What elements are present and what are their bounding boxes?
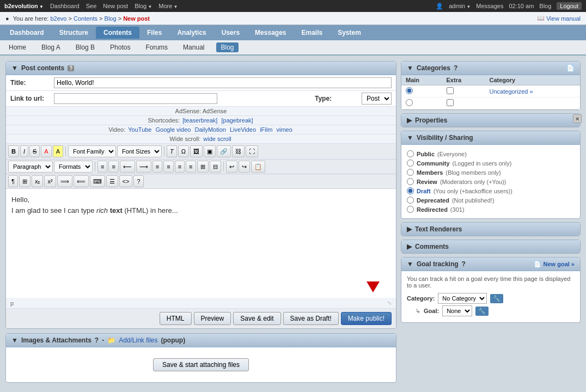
vis-radio-members[interactable] bbox=[407, 169, 414, 176]
bold-button[interactable]: B bbox=[8, 145, 19, 157]
main-nav-files[interactable]: Files bbox=[139, 27, 169, 39]
vis-radio-draft[interactable] bbox=[407, 187, 414, 194]
comments-header[interactable]: ▶ Comments bbox=[401, 240, 580, 253]
dailymotion-link[interactable]: DailyMotion bbox=[194, 126, 225, 133]
char-map-button[interactable]: ⌨ bbox=[90, 175, 105, 187]
align-left-button[interactable]: ≡ bbox=[152, 161, 162, 173]
add-link-files[interactable]: Add/Link files bbox=[119, 336, 157, 344]
nav-blog[interactable]: Blog bbox=[135, 3, 152, 9]
font-bg-button[interactable]: A bbox=[53, 145, 63, 157]
subscript-button[interactable]: x₂ bbox=[32, 175, 44, 187]
goal-icon-btn[interactable]: 🔧 bbox=[475, 307, 489, 316]
media-button[interactable]: ▣ bbox=[204, 145, 216, 157]
save-edit-button[interactable]: Save & edit bbox=[233, 312, 280, 325]
category-select[interactable]: No Category bbox=[438, 293, 487, 304]
new-doc-icon[interactable]: 📄 bbox=[566, 64, 575, 72]
html-button[interactable]: HTML bbox=[160, 312, 192, 325]
nav-see[interactable]: See bbox=[86, 3, 97, 9]
breadcrumb-contents[interactable]: Contents bbox=[74, 15, 97, 22]
ul-button[interactable]: ≡ bbox=[97, 161, 107, 173]
italic-button[interactable]: I bbox=[20, 145, 28, 157]
code-button[interactable]: <> bbox=[119, 175, 133, 187]
main-nav-analytics[interactable]: Analytics bbox=[169, 27, 213, 39]
vimeo-link[interactable]: vimeo bbox=[276, 126, 292, 133]
font-family-select[interactable]: Font Family bbox=[68, 145, 116, 157]
main-nav-contents[interactable]: Contents bbox=[96, 27, 139, 39]
table-left-button[interactable]: ⊞ bbox=[197, 161, 209, 173]
unlink-button[interactable]: ⛓ bbox=[232, 145, 245, 157]
pagebreak-link[interactable]: [pagebreak] bbox=[221, 117, 253, 124]
cat-help[interactable]: ? bbox=[454, 64, 457, 72]
redo-button[interactable]: ↪ bbox=[239, 161, 250, 173]
help-toolbar-button[interactable]: ? bbox=[133, 175, 143, 187]
main-nav-messages[interactable]: Messages bbox=[247, 27, 294, 39]
main-nav-emails[interactable]: Emails bbox=[294, 27, 330, 39]
vis-radio-public[interactable] bbox=[407, 150, 414, 157]
sub-nav-blog[interactable]: Blog bbox=[216, 42, 238, 52]
block-format-button[interactable]: T bbox=[167, 145, 177, 157]
google-video-link[interactable]: Google video bbox=[156, 126, 191, 133]
pilcrow-button[interactable]: ¶ bbox=[8, 175, 18, 187]
new-goal-link[interactable]: 📄 New goal » bbox=[534, 261, 575, 268]
link-button[interactable]: 🔗 bbox=[217, 145, 231, 157]
sub-nav-photos[interactable]: Photos bbox=[107, 42, 133, 52]
superscript-button[interactable]: x² bbox=[44, 175, 56, 187]
preview-button[interactable]: Preview bbox=[194, 312, 231, 325]
editor-area[interactable]: Hello, I am glad to see I can type rich … bbox=[6, 189, 396, 298]
goal-select[interactable]: None bbox=[442, 305, 472, 316]
formats-select[interactable]: Formats bbox=[54, 161, 93, 173]
nav-dashboard[interactable]: Dashboard bbox=[50, 3, 80, 9]
nav-more[interactable]: More bbox=[158, 3, 178, 9]
rtl-button[interactable]: ⟸ bbox=[74, 175, 89, 187]
link-input[interactable] bbox=[54, 93, 217, 104]
undo-button[interactable]: ↩ bbox=[226, 161, 237, 173]
justify-button[interactable]: ≡ bbox=[186, 161, 196, 173]
vis-radio-community[interactable] bbox=[407, 160, 414, 167]
sub-nav-blog-b[interactable]: Blog B bbox=[72, 42, 98, 52]
align-center-button[interactable]: ≡ bbox=[163, 161, 173, 173]
messages-link[interactable]: Messages bbox=[476, 3, 503, 9]
main-cat-radio-1[interactable] bbox=[406, 87, 413, 94]
breadcrumb-b2evo[interactable]: b2evo bbox=[50, 15, 66, 22]
vis-radio-deprecated[interactable] bbox=[407, 197, 414, 204]
image-button[interactable]: 🖼 bbox=[190, 145, 203, 157]
ol-button[interactable]: ≡ bbox=[108, 161, 118, 173]
livevideo-link[interactable]: LiveVideo bbox=[230, 126, 256, 133]
ifilm-link[interactable]: iFilm bbox=[260, 126, 272, 133]
text-renderers-header[interactable]: ▶ Text Renderers bbox=[401, 223, 580, 236]
font-color-button[interactable]: A bbox=[41, 145, 51, 157]
category-uncategorized[interactable]: Uncategorized » bbox=[490, 88, 533, 95]
sub-nav-blog-a[interactable]: Blog A bbox=[38, 42, 64, 52]
sub-nav-forums[interactable]: Forums bbox=[142, 42, 171, 52]
sub-nav-manual[interactable]: Manual bbox=[180, 42, 207, 52]
goal-help[interactable]: ? bbox=[462, 260, 466, 268]
title-input[interactable] bbox=[54, 77, 392, 88]
type-select[interactable]: Post bbox=[362, 93, 392, 105]
category-icon-btn[interactable]: 🔧 bbox=[490, 294, 503, 303]
strikethrough-button[interactable]: S bbox=[29, 145, 40, 157]
table-right-button[interactable]: ⊟ bbox=[210, 161, 221, 173]
main-nav-dashboard[interactable]: Dashboard bbox=[2, 27, 52, 39]
attach-help[interactable]: ? bbox=[95, 336, 99, 344]
resize-handle[interactable]: ⤡ bbox=[387, 300, 392, 306]
save-draft-button[interactable]: Save as Draft! bbox=[283, 312, 339, 325]
vis-radio-redirected[interactable] bbox=[407, 206, 414, 213]
properties-header[interactable]: ▶ Properties bbox=[401, 114, 580, 127]
logout-button[interactable]: Logout bbox=[557, 2, 582, 10]
custom-btn-1[interactable]: ☰ bbox=[106, 175, 118, 187]
main-nav-structure[interactable]: Structure bbox=[52, 27, 96, 39]
visibility-header[interactable]: ▼ Visibility / Sharing bbox=[401, 131, 580, 145]
extra-cat-check-1[interactable] bbox=[447, 87, 454, 94]
close-button[interactable]: ✕ bbox=[573, 114, 582, 123]
nav-new-post[interactable]: New post bbox=[103, 3, 128, 9]
make-public-button[interactable]: Make public! bbox=[341, 312, 392, 325]
indent-button[interactable]: ⟶ bbox=[136, 161, 151, 173]
paragraph-select[interactable]: Paragraph bbox=[8, 161, 53, 173]
teaserbreak-link[interactable]: [teaserbreak] bbox=[182, 117, 217, 124]
fullscreen-button[interactable]: ⛶ bbox=[246, 145, 258, 157]
attach-save-button[interactable]: Save & start attaching files bbox=[153, 358, 249, 371]
wide-scroll-link[interactable]: wide scroll bbox=[203, 136, 231, 142]
main-cat-radio-2[interactable] bbox=[406, 99, 413, 106]
table-button[interactable]: ⊞ bbox=[19, 175, 30, 187]
view-manual-link[interactable]: 📖 View manual bbox=[537, 15, 581, 22]
